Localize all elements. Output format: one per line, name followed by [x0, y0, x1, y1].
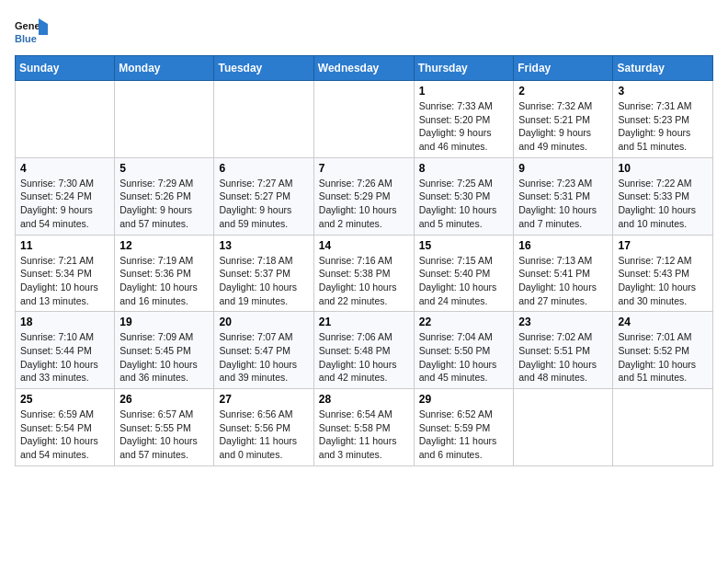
- day-info: Sunrise: 6:57 AM Sunset: 5:55 PM Dayligh…: [119, 408, 209, 462]
- calendar-cell: 27Sunrise: 6:56 AM Sunset: 5:56 PM Dayli…: [214, 389, 313, 466]
- calendar-cell: 18Sunrise: 7:10 AM Sunset: 5:44 PM Dayli…: [16, 312, 115, 389]
- day-number: 17: [618, 239, 708, 252]
- day-number: 3: [618, 85, 708, 98]
- day-info: Sunrise: 7:30 AM Sunset: 5:24 PM Dayligh…: [20, 177, 109, 231]
- day-number: 26: [119, 393, 209, 406]
- calendar-cell: 19Sunrise: 7:09 AM Sunset: 5:45 PM Dayli…: [115, 312, 214, 389]
- weekday-header-sunday: Sunday: [16, 56, 115, 81]
- calendar-cell: 13Sunrise: 7:18 AM Sunset: 5:37 PM Dayli…: [214, 235, 313, 312]
- calendar-cell: 12Sunrise: 7:19 AM Sunset: 5:36 PM Dayli…: [115, 235, 214, 312]
- logo-icon: General Blue: [15, 15, 48, 48]
- calendar-cell: 11Sunrise: 7:21 AM Sunset: 5:34 PM Dayli…: [16, 235, 115, 312]
- weekday-header-wednesday: Wednesday: [313, 56, 414, 81]
- calendar-cell: 25Sunrise: 6:59 AM Sunset: 5:54 PM Dayli…: [16, 389, 115, 466]
- day-number: 19: [119, 316, 209, 328]
- day-info: Sunrise: 7:15 AM Sunset: 5:40 PM Dayligh…: [419, 254, 509, 308]
- day-number: 16: [518, 239, 608, 252]
- calendar-cell: [313, 81, 414, 158]
- weekday-header-monday: Monday: [115, 56, 214, 81]
- day-info: Sunrise: 7:25 AM Sunset: 5:30 PM Dayligh…: [419, 177, 509, 231]
- day-number: 23: [518, 316, 608, 328]
- day-info: Sunrise: 7:06 AM Sunset: 5:48 PM Dayligh…: [319, 330, 409, 385]
- day-info: Sunrise: 6:52 AM Sunset: 5:59 PM Dayligh…: [419, 408, 509, 462]
- calendar-cell: [514, 389, 613, 466]
- day-number: 8: [419, 162, 509, 175]
- calendar-cell: [214, 81, 313, 158]
- week-row-3: 11Sunrise: 7:21 AM Sunset: 5:34 PM Dayli…: [16, 235, 713, 312]
- day-info: Sunrise: 7:29 AM Sunset: 5:26 PM Dayligh…: [119, 177, 209, 231]
- calendar-cell: 16Sunrise: 7:13 AM Sunset: 5:41 PM Dayli…: [514, 235, 613, 312]
- day-number: 22: [419, 316, 509, 328]
- week-row-5: 25Sunrise: 6:59 AM Sunset: 5:54 PM Dayli…: [16, 389, 713, 466]
- day-info: Sunrise: 7:16 AM Sunset: 5:38 PM Dayligh…: [319, 254, 409, 308]
- day-info: Sunrise: 7:12 AM Sunset: 5:43 PM Dayligh…: [618, 254, 708, 308]
- calendar-cell: 6Sunrise: 7:27 AM Sunset: 5:27 PM Daylig…: [214, 157, 313, 235]
- day-info: Sunrise: 7:18 AM Sunset: 5:37 PM Dayligh…: [219, 254, 308, 308]
- calendar-cell: [613, 389, 713, 466]
- day-number: 27: [219, 393, 308, 406]
- week-row-4: 18Sunrise: 7:10 AM Sunset: 5:44 PM Dayli…: [16, 312, 713, 389]
- calendar-cell: 4Sunrise: 7:30 AM Sunset: 5:24 PM Daylig…: [16, 157, 115, 235]
- calendar-cell: 20Sunrise: 7:07 AM Sunset: 5:47 PM Dayli…: [214, 312, 313, 389]
- calendar-cell: 9Sunrise: 7:23 AM Sunset: 5:31 PM Daylig…: [514, 157, 613, 235]
- calendar-cell: 3Sunrise: 7:31 AM Sunset: 5:23 PM Daylig…: [613, 81, 713, 158]
- logo: General Blue: [15, 15, 48, 48]
- calendar-cell: 10Sunrise: 7:22 AM Sunset: 5:33 PM Dayli…: [613, 157, 713, 235]
- calendar-cell: [16, 81, 115, 158]
- calendar-cell: 14Sunrise: 7:16 AM Sunset: 5:38 PM Dayli…: [313, 235, 414, 312]
- week-row-2: 4Sunrise: 7:30 AM Sunset: 5:24 PM Daylig…: [16, 157, 713, 235]
- day-number: 10: [618, 162, 708, 175]
- day-number: 9: [518, 162, 608, 175]
- day-info: Sunrise: 7:04 AM Sunset: 5:50 PM Dayligh…: [419, 330, 509, 385]
- day-number: 13: [219, 239, 308, 252]
- svg-text:Blue: Blue: [15, 33, 37, 44]
- day-info: Sunrise: 7:09 AM Sunset: 5:45 PM Dayligh…: [119, 330, 209, 385]
- week-row-1: 1Sunrise: 7:33 AM Sunset: 5:20 PM Daylig…: [16, 81, 713, 158]
- day-number: 14: [319, 239, 409, 252]
- calendar-cell: 17Sunrise: 7:12 AM Sunset: 5:43 PM Dayli…: [613, 235, 713, 312]
- day-info: Sunrise: 7:31 AM Sunset: 5:23 PM Dayligh…: [618, 99, 708, 154]
- calendar-cell: 26Sunrise: 6:57 AM Sunset: 5:55 PM Dayli…: [115, 389, 214, 466]
- day-number: 21: [319, 316, 409, 328]
- calendar-cell: 24Sunrise: 7:01 AM Sunset: 5:52 PM Dayli…: [613, 312, 713, 389]
- day-number: 12: [119, 239, 209, 252]
- day-number: 4: [20, 162, 109, 175]
- day-info: Sunrise: 6:59 AM Sunset: 5:54 PM Dayligh…: [20, 408, 109, 462]
- day-info: Sunrise: 7:22 AM Sunset: 5:33 PM Dayligh…: [618, 177, 708, 231]
- weekday-header-thursday: Thursday: [414, 56, 514, 81]
- calendar-cell: 8Sunrise: 7:25 AM Sunset: 5:30 PM Daylig…: [414, 157, 514, 235]
- day-info: Sunrise: 7:01 AM Sunset: 5:52 PM Dayligh…: [618, 330, 708, 385]
- day-info: Sunrise: 6:54 AM Sunset: 5:58 PM Dayligh…: [319, 408, 409, 462]
- calendar-cell: 28Sunrise: 6:54 AM Sunset: 5:58 PM Dayli…: [313, 389, 414, 466]
- day-info: Sunrise: 7:21 AM Sunset: 5:34 PM Dayligh…: [20, 254, 109, 308]
- calendar-cell: 29Sunrise: 6:52 AM Sunset: 5:59 PM Dayli…: [414, 389, 514, 466]
- day-number: 11: [20, 239, 109, 252]
- day-info: Sunrise: 7:13 AM Sunset: 5:41 PM Dayligh…: [518, 254, 608, 308]
- day-info: Sunrise: 7:10 AM Sunset: 5:44 PM Dayligh…: [20, 330, 109, 385]
- calendar-cell: 7Sunrise: 7:26 AM Sunset: 5:29 PM Daylig…: [313, 157, 414, 235]
- day-number: 5: [119, 162, 209, 175]
- calendar-cell: 2Sunrise: 7:32 AM Sunset: 5:21 PM Daylig…: [514, 81, 613, 158]
- day-number: 2: [518, 85, 608, 98]
- weekday-header-tuesday: Tuesday: [214, 56, 313, 81]
- day-number: 15: [419, 239, 509, 252]
- day-number: 28: [319, 393, 409, 406]
- day-info: Sunrise: 7:23 AM Sunset: 5:31 PM Dayligh…: [518, 177, 608, 231]
- day-number: 1: [419, 85, 509, 98]
- calendar-cell: 5Sunrise: 7:29 AM Sunset: 5:26 PM Daylig…: [115, 157, 214, 235]
- weekday-header-row: SundayMondayTuesdayWednesdayThursdayFrid…: [16, 56, 713, 81]
- calendar-cell: [115, 81, 214, 158]
- calendar-cell: 23Sunrise: 7:02 AM Sunset: 5:51 PM Dayli…: [514, 312, 613, 389]
- day-number: 7: [319, 162, 409, 175]
- day-number: 25: [20, 393, 109, 406]
- calendar-cell: 21Sunrise: 7:06 AM Sunset: 5:48 PM Dayli…: [313, 312, 414, 389]
- calendar-cell: 1Sunrise: 7:33 AM Sunset: 5:20 PM Daylig…: [414, 81, 514, 158]
- day-number: 29: [419, 393, 509, 406]
- header: General Blue: [15, 15, 713, 48]
- day-info: Sunrise: 7:32 AM Sunset: 5:21 PM Dayligh…: [518, 99, 608, 154]
- day-number: 24: [618, 316, 708, 328]
- calendar-cell: 22Sunrise: 7:04 AM Sunset: 5:50 PM Dayli…: [414, 312, 514, 389]
- calendar-cell: 15Sunrise: 7:15 AM Sunset: 5:40 PM Dayli…: [414, 235, 514, 312]
- weekday-header-saturday: Saturday: [613, 56, 713, 81]
- calendar-table: SundayMondayTuesdayWednesdayThursdayFrid…: [15, 55, 713, 466]
